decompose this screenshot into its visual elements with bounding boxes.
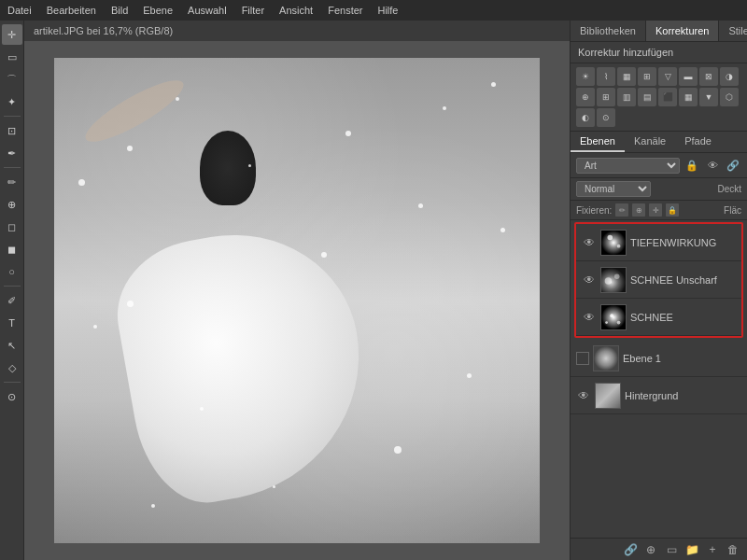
adj-icon-channel-mixer[interactable]: ⊞ — [597, 88, 615, 106]
layers-new-btn[interactable]: + — [704, 541, 721, 558]
layer-item-hintergrund[interactable]: 👁 Hintergrund — [571, 377, 747, 414]
fix-icon-2[interactable]: ⊕ — [632, 203, 645, 217]
layer-controls: Art 🔒 👁 🔗 — [571, 153, 747, 178]
adj-icon-balance[interactable]: ⊠ — [699, 67, 718, 86]
svg-point-8 — [617, 320, 621, 324]
layers-list: 👁 TIEFENWIRKUNG — [571, 220, 747, 538]
layers-link-btn[interactable]: 🔗 — [622, 541, 639, 558]
canvas-title: artikel.JPG bei 16,7% (RGB/8) — [34, 25, 173, 36]
adj-icon-curves[interactable]: ⌇ — [597, 67, 615, 86]
canvas-image — [54, 58, 540, 543]
adj-icon-exposure[interactable]: ⊞ — [638, 67, 656, 86]
layer-icon-eye[interactable]: 👁 — [704, 157, 721, 174]
layers-mask-btn[interactable]: ▭ — [663, 541, 680, 558]
snow-dot — [127, 146, 133, 151]
lasso-tool[interactable]: ⌒ — [2, 69, 22, 90]
eye-icon-hintergrund[interactable]: 👁 — [576, 388, 591, 403]
text-tool[interactable]: T — [2, 313, 22, 333]
adj-icon-hsl[interactable]: ▬ — [679, 67, 698, 86]
eye-icon-tiefenwirkung[interactable]: 👁 — [582, 235, 597, 250]
tool-separator-4 — [4, 382, 21, 383]
layer-type-select[interactable]: Art — [576, 158, 680, 174]
layer-item-schnee-unscharf[interactable]: 👁 SCHNEE Unscha — [576, 261, 741, 299]
canvas-viewport[interactable] — [24, 41, 570, 560]
layer-item-schnee[interactable]: 👁 — [576, 299, 741, 336]
menu-item-hilfe[interactable]: Hilfe — [377, 5, 398, 16]
layer-icon-lock[interactable]: 🔒 — [684, 157, 700, 174]
menu-item-ansicht[interactable]: Ansicht — [279, 5, 313, 16]
opacity-label: Deckt — [717, 184, 741, 194]
eye-icon-schnee[interactable]: 👁 — [582, 310, 597, 325]
snow-dot — [151, 504, 155, 508]
menu-item-bild[interactable]: Bild — [111, 5, 128, 16]
svg-point-2 — [617, 244, 621, 247]
layers-style-btn[interactable]: ⊕ — [642, 541, 659, 558]
layers-group-btn[interactable]: 📁 — [684, 541, 700, 558]
blend-mode-select[interactable]: Normal — [576, 181, 651, 197]
adj-icon-brightness[interactable]: ☀ — [576, 67, 595, 86]
fix-icon-4[interactable]: 🔒 — [666, 203, 679, 217]
snow-dot — [321, 252, 327, 258]
snow-dot — [443, 106, 446, 110]
tab-kanaele[interactable]: Kanäle — [625, 132, 675, 152]
tab-stile[interactable]: Stile — [719, 21, 747, 41]
zoom-tool[interactable]: ⊙ — [2, 386, 22, 407]
clone-tool[interactable]: ⊕ — [2, 194, 22, 215]
adj-icon-invert[interactable]: ⬛ — [658, 88, 677, 106]
fix-icon-1[interactable]: ✏ — [615, 203, 628, 217]
adj-icon-vibrance[interactable]: ▽ — [658, 67, 677, 86]
adj-icon-shadow[interactable]: ◐ — [576, 108, 595, 127]
adj-icon-gradient-map[interactable]: ▥ — [617, 88, 636, 106]
layer-icon-link[interactable]: 🔗 — [725, 157, 741, 174]
snow-dot — [394, 446, 402, 454]
layer-item-tiefenwirkung[interactable]: 👁 TIEFENWIRKUNG — [576, 224, 741, 261]
adj-icon-posterize[interactable]: ▦ — [679, 88, 698, 106]
adj-icon-bw[interactable]: ◑ — [720, 67, 739, 86]
menu-item-fenster[interactable]: Fenster — [328, 5, 362, 16]
svg-rect-11 — [596, 384, 620, 408]
svg-point-7 — [610, 314, 613, 317]
move-tool[interactable]: ✛ — [2, 24, 22, 45]
adj-icon-threshold[interactable]: ▼ — [699, 88, 718, 106]
eye-icon-schnee-unscharf[interactable]: 👁 — [582, 273, 597, 287]
adj-icon-selective-color[interactable]: ▤ — [638, 88, 656, 106]
layer-name-schnee: SCHNEE — [630, 312, 736, 323]
menu-item-auswahl[interactable]: Auswahl — [188, 5, 227, 16]
snow-dot — [500, 228, 505, 232]
snow-dot — [467, 373, 472, 378]
tab-ebenen[interactable]: Ebenen — [571, 132, 625, 152]
fix-icon-3[interactable]: ✛ — [649, 203, 662, 217]
adj-icon-replace-color[interactable]: ⊙ — [597, 108, 615, 127]
arm-shape — [79, 71, 190, 151]
menu-item-datei[interactable]: Datei — [7, 5, 32, 16]
eyedropper-tool[interactable]: ✒ — [2, 143, 22, 163]
snow-dot — [273, 485, 275, 488]
menu-item-filter[interactable]: Filter — [242, 5, 264, 16]
adj-icon-photo-filter[interactable]: ⊕ — [576, 88, 595, 106]
layer-item-ebene1[interactable]: Ebene 1 — [571, 340, 747, 377]
figure-top — [200, 131, 256, 205]
shape-tool[interactable]: ◇ — [2, 357, 22, 378]
path-select-tool[interactable]: ↖ — [2, 335, 22, 356]
svg-point-9 — [605, 321, 608, 324]
marquee-tool[interactable]: ▭ — [2, 47, 22, 67]
dodge-tool[interactable]: ○ — [2, 261, 22, 282]
layer-name-hintergrund: Hintergrund — [625, 390, 741, 401]
eraser-tool[interactable]: ◻ — [2, 217, 22, 237]
menu-item-ebene[interactable]: Ebene — [143, 5, 173, 16]
layer-thumb-tiefenwirkung — [600, 230, 627, 256]
gradient-tool[interactable]: ◼ — [2, 239, 22, 259]
adj-icon-levels[interactable]: ▦ — [617, 67, 636, 86]
layer-checkbox-ebene1[interactable] — [576, 352, 589, 365]
adj-icon-gradient2[interactable]: ⬡ — [720, 88, 739, 106]
menu-item-bearbeiten[interactable]: Bearbeiten — [47, 5, 96, 16]
brush-tool[interactable]: ✏ — [2, 172, 22, 192]
pen-tool[interactable]: ✐ — [2, 290, 22, 311]
crop-tool[interactable]: ⊡ — [2, 120, 22, 141]
tab-pfade[interactable]: Pfade — [675, 132, 721, 152]
magic-wand-tool[interactable]: ✦ — [2, 91, 22, 112]
layer-name-ebene1: Ebene 1 — [623, 353, 741, 364]
tab-korrekturen[interactable]: Korrekturen — [646, 21, 719, 41]
tab-bibliotheken[interactable]: Bibliotheken — [571, 21, 646, 41]
layers-delete-btn[interactable]: 🗑 — [725, 541, 741, 558]
